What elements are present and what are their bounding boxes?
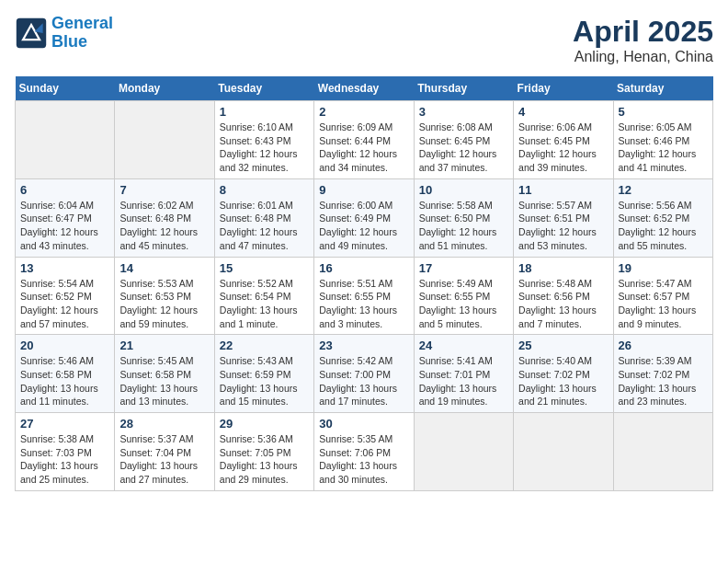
sunrise-text: Sunrise: 5:41 AM: [419, 354, 508, 368]
calendar-cell: [115, 101, 214, 179]
day-info: Sunrise: 5:53 AM Sunset: 6:53 PM Dayligh…: [119, 277, 209, 331]
day-number: 11: [518, 183, 608, 197]
daylight-text: Daylight: 13 hours and 1 minute.: [220, 304, 309, 330]
sunset-text: Sunset: 6:48 PM: [220, 212, 309, 225]
sunset-text: Sunset: 6:52 PM: [619, 212, 708, 225]
sunrise-text: Sunrise: 5:39 AM: [619, 354, 708, 368]
calendar-cell: 6 Sunrise: 6:04 AM Sunset: 6:47 PM Dayli…: [16, 178, 115, 257]
calendar-cell: 10 Sunrise: 5:58 AM Sunset: 6:50 PM Dayl…: [414, 178, 513, 257]
sunset-text: Sunset: 6:57 PM: [619, 290, 708, 304]
sunset-text: Sunset: 6:55 PM: [419, 290, 508, 304]
calendar-cell: 12 Sunrise: 5:56 AM Sunset: 6:52 PM Dayl…: [613, 178, 712, 257]
day-number: 8: [220, 183, 309, 197]
sunrise-text: Sunrise: 6:02 AM: [119, 199, 209, 213]
daylight-text: Daylight: 13 hours and 7 minutes.: [518, 304, 608, 330]
calendar-cell: 19 Sunrise: 5:47 AM Sunset: 6:57 PM Dayl…: [613, 257, 712, 335]
calendar-cell: 30 Sunrise: 5:35 AM Sunset: 7:06 PM Dayl…: [314, 413, 414, 491]
sunrise-text: Sunrise: 5:56 AM: [619, 199, 708, 213]
sunrise-text: Sunrise: 5:52 AM: [220, 277, 309, 291]
daylight-text: Daylight: 13 hours and 9 minutes.: [619, 304, 708, 330]
sunset-text: Sunset: 7:04 PM: [119, 446, 209, 460]
sunrise-text: Sunrise: 5:36 AM: [220, 432, 309, 446]
sunrise-text: Sunrise: 5:54 AM: [20, 277, 109, 291]
weekday-header-tuesday: Tuesday: [214, 76, 313, 101]
day-info: Sunrise: 5:47 AM Sunset: 6:57 PM Dayligh…: [619, 277, 708, 331]
calendar-cell: 4 Sunrise: 6:06 AM Sunset: 6:45 PM Dayli…: [514, 101, 613, 179]
title-block: April 2025 Anling, Henan, China: [573, 15, 713, 65]
day-info: Sunrise: 5:51 AM Sunset: 6:55 PM Dayligh…: [319, 277, 408, 331]
day-info: Sunrise: 5:48 AM Sunset: 6:56 PM Dayligh…: [518, 277, 608, 331]
logo: General Blue: [15, 15, 113, 52]
day-number: 4: [518, 105, 608, 119]
day-info: Sunrise: 6:10 AM Sunset: 6:43 PM Dayligh…: [220, 121, 309, 175]
daylight-text: Daylight: 12 hours and 32 minutes.: [220, 147, 309, 174]
day-info: Sunrise: 5:54 AM Sunset: 6:52 PM Dayligh…: [20, 277, 109, 331]
daylight-text: Daylight: 12 hours and 57 minutes.: [20, 304, 109, 330]
sunrise-text: Sunrise: 5:58 AM: [419, 199, 508, 213]
daylight-text: Daylight: 12 hours and 47 minutes.: [220, 225, 309, 252]
daylight-text: Daylight: 12 hours and 51 minutes.: [419, 225, 508, 252]
day-info: Sunrise: 5:36 AM Sunset: 7:05 PM Dayligh…: [220, 432, 309, 487]
sunset-text: Sunset: 6:52 PM: [20, 290, 109, 304]
daylight-text: Daylight: 12 hours and 39 minutes.: [518, 147, 608, 174]
day-number: 14: [119, 261, 209, 275]
calendar-cell: 27 Sunrise: 5:38 AM Sunset: 7:03 PM Dayl…: [16, 413, 115, 491]
page-header: General Blue April 2025 Anling, Henan, C…: [15, 15, 713, 65]
day-info: Sunrise: 6:05 AM Sunset: 6:46 PM Dayligh…: [619, 121, 708, 175]
sunset-text: Sunset: 6:45 PM: [419, 134, 508, 148]
logo-line2: Blue: [51, 32, 87, 51]
logo-text: General Blue: [51, 15, 113, 52]
day-number: 20: [20, 339, 109, 352]
calendar-cell: 8 Sunrise: 6:01 AM Sunset: 6:48 PM Dayli…: [214, 178, 313, 257]
calendar-cell: [16, 101, 115, 179]
calendar-cell: 18 Sunrise: 5:48 AM Sunset: 6:56 PM Dayl…: [514, 257, 613, 335]
daylight-text: Daylight: 12 hours and 53 minutes.: [518, 225, 608, 252]
daylight-text: Daylight: 13 hours and 17 minutes.: [319, 382, 408, 408]
sunrise-text: Sunrise: 6:00 AM: [319, 199, 408, 213]
calendar-cell: 25 Sunrise: 5:40 AM Sunset: 7:02 PM Dayl…: [514, 335, 613, 413]
day-number: 17: [419, 261, 508, 275]
calendar-cell: [613, 413, 712, 491]
daylight-text: Daylight: 12 hours and 59 minutes.: [119, 304, 209, 330]
daylight-text: Daylight: 13 hours and 3 minutes.: [319, 304, 408, 330]
sunrise-text: Sunrise: 5:48 AM: [518, 277, 608, 291]
day-number: 10: [419, 183, 508, 197]
daylight-text: Daylight: 13 hours and 13 minutes.: [119, 382, 209, 408]
calendar-cell: 14 Sunrise: 5:53 AM Sunset: 6:53 PM Dayl…: [115, 257, 214, 335]
calendar-cell: [514, 413, 613, 491]
sunrise-text: Sunrise: 5:45 AM: [119, 354, 209, 368]
sunrise-text: Sunrise: 6:05 AM: [619, 121, 708, 134]
daylight-text: Daylight: 12 hours and 37 minutes.: [419, 147, 508, 174]
sunrise-text: Sunrise: 5:40 AM: [518, 354, 608, 368]
daylight-text: Daylight: 12 hours and 55 minutes.: [619, 225, 708, 252]
day-number: 5: [619, 105, 708, 119]
day-info: Sunrise: 5:56 AM Sunset: 6:52 PM Dayligh…: [619, 199, 708, 253]
sunset-text: Sunset: 7:01 PM: [419, 368, 508, 382]
sunrise-text: Sunrise: 6:08 AM: [419, 121, 508, 134]
day-number: 22: [220, 339, 309, 352]
day-info: Sunrise: 5:39 AM Sunset: 7:02 PM Dayligh…: [619, 354, 708, 408]
weekday-header-thursday: Thursday: [414, 76, 513, 101]
sunset-text: Sunset: 6:49 PM: [319, 212, 408, 225]
sunset-text: Sunset: 7:02 PM: [619, 368, 708, 382]
sunset-text: Sunset: 7:03 PM: [20, 446, 109, 460]
calendar-subtitle: Anling, Henan, China: [573, 49, 713, 65]
day-info: Sunrise: 5:52 AM Sunset: 6:54 PM Dayligh…: [220, 277, 309, 331]
day-info: Sunrise: 5:37 AM Sunset: 7:04 PM Dayligh…: [119, 432, 209, 487]
daylight-text: Daylight: 13 hours and 23 minutes.: [619, 382, 708, 408]
calendar-cell: [414, 413, 513, 491]
calendar-cell: 7 Sunrise: 6:02 AM Sunset: 6:48 PM Dayli…: [115, 178, 214, 257]
daylight-text: Daylight: 13 hours and 11 minutes.: [20, 382, 109, 408]
calendar-week-1: 1 Sunrise: 6:10 AM Sunset: 6:43 PM Dayli…: [16, 101, 713, 179]
day-number: 29: [220, 417, 309, 431]
calendar-cell: 11 Sunrise: 5:57 AM Sunset: 6:51 PM Dayl…: [514, 178, 613, 257]
sunset-text: Sunset: 6:50 PM: [419, 212, 508, 225]
day-info: Sunrise: 6:09 AM Sunset: 6:44 PM Dayligh…: [319, 121, 408, 175]
day-info: Sunrise: 5:45 AM Sunset: 6:58 PM Dayligh…: [119, 354, 209, 408]
sunrise-text: Sunrise: 5:57 AM: [518, 199, 608, 213]
sunrise-text: Sunrise: 6:09 AM: [319, 121, 408, 134]
calendar-cell: 17 Sunrise: 5:49 AM Sunset: 6:55 PM Dayl…: [414, 257, 513, 335]
day-info: Sunrise: 5:58 AM Sunset: 6:50 PM Dayligh…: [419, 199, 508, 253]
day-number: 26: [619, 339, 708, 352]
daylight-text: Daylight: 12 hours and 41 minutes.: [619, 147, 708, 174]
